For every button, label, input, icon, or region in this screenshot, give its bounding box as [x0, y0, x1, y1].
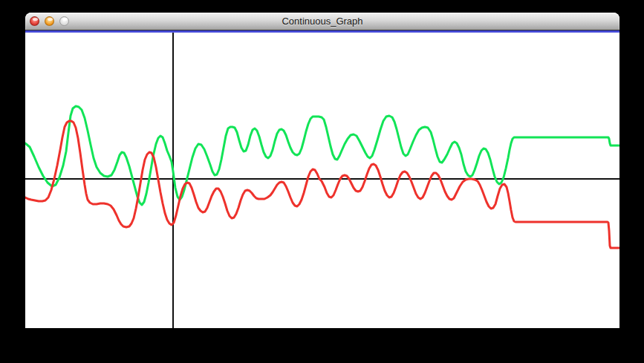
graph-canvas	[25, 33, 619, 328]
app-window: Continuous_Graph	[25, 13, 619, 328]
graph-area	[25, 33, 619, 328]
green-series	[25, 106, 619, 205]
window-titlebar[interactable]: Continuous_Graph	[25, 13, 619, 30]
desktop-background: Continuous_Graph	[0, 0, 644, 363]
red-series	[25, 121, 619, 248]
window-title: Continuous_Graph	[25, 13, 619, 30]
